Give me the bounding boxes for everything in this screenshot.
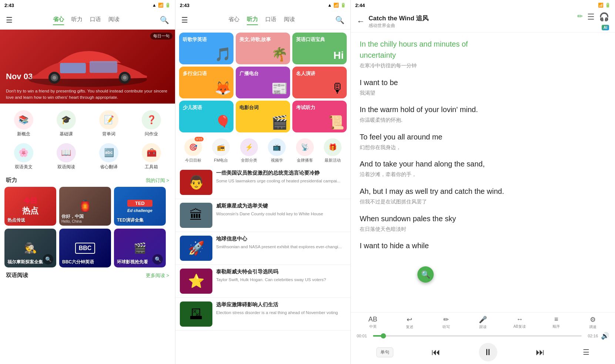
icon-xingainian[interactable]: 📚 新概念: [3, 108, 44, 139]
song-subtitle: 感动世界金曲: [369, 23, 574, 29]
mode-tab-speed[interactable]: ⚙ 调速: [575, 316, 611, 330]
list-button[interactable]: ☰: [587, 12, 595, 22]
func-label-video: 视频学: [271, 158, 283, 163]
menu-icon-1[interactable]: ☰: [6, 16, 13, 24]
cat-songs[interactable]: 听歌学英语 🎵: [179, 33, 233, 64]
search-overlay-2[interactable]: 🔍: [152, 254, 163, 264]
icon-shuangyu-yuedu[interactable]: 📖 双语阅读: [46, 141, 87, 172]
player-controls: AB 中英 ↩ 复述 ✏ 听写 🎤 跟读 ↔ AB复读 ≡ 顺序: [351, 312, 615, 364]
pause-button[interactable]: ⏸: [479, 343, 497, 361]
news-item-0[interactable]: 👨 一些美国议员敦促激烈的总统竞选言论要冷静 Some US lawmakers…: [175, 166, 350, 199]
search-overlay-1[interactable]: 🔍: [43, 254, 53, 264]
news-item-3[interactable]: ⭐ 泰勒斯威夫特会引导选民吗 Taylor Swift, Hulk Hogan.…: [175, 265, 350, 298]
tab-yuedu-2[interactable]: 阅读: [284, 14, 295, 25]
progress-track[interactable]: [373, 335, 582, 337]
card-row-1: 今日 热点 热点传送 🏮 你好，中国 Hello, China TED Ed c…: [0, 185, 175, 227]
cat-kids[interactable]: 少儿英语 🎈: [179, 101, 233, 132]
tab-kouyu-2[interactable]: 口语: [265, 14, 276, 25]
func-icon-fm: 📻: [212, 138, 230, 156]
card-culture[interactable]: 🏮 你好，中国 Hello, China: [59, 187, 111, 226]
search-btn-2[interactable]: 🔍: [335, 16, 345, 24]
card-ted[interactable]: TED Ed challenge TED演讲全集: [114, 187, 166, 226]
func-icon-daily-goal: 🎯 0/15: [184, 138, 202, 156]
cat-celebrity[interactable]: 名人演讲 🎙: [292, 67, 347, 98]
search-btn-1[interactable]: 🔍: [160, 16, 169, 24]
icon-wenzuoye[interactable]: ❓ 问作业: [131, 108, 172, 139]
mode-label-ab-repeat: AB复读: [513, 324, 525, 329]
cat-emoji-songs: 🎵: [215, 47, 231, 62]
cat-spoken[interactable]: 英语口语宝典 Hi: [292, 33, 347, 64]
cat-movie-lines[interactable]: 电影台词 🎬: [236, 101, 290, 132]
mode-tab-ab-repeat[interactable]: ↔ AB复读: [501, 316, 538, 330]
tab-kouyu-1[interactable]: 口语: [90, 14, 101, 25]
func-activities[interactable]: 🎁 最新活动: [324, 138, 342, 163]
news-content-2: 地球信息中心 Smithsonian and NASA present exhi…: [216, 236, 346, 261]
cat-label-poems: 美文,诗歌,故事: [239, 36, 271, 43]
svg-rect-7: [60, 63, 86, 73]
news-item-1[interactable]: 🏛 威斯康星成为选举关键 Wisconsin's Dane County cou…: [175, 199, 350, 232]
news-content-4: 选举应激障碍影响人们生活 Election stress disorder is…: [216, 301, 346, 327]
playback-buttons: 单句 ⏮ ⏸ ⏭ ☰: [351, 341, 615, 364]
card-movie[interactable]: 🎬 环球影视抢先看 🔍: [114, 229, 166, 267]
func-all-cat[interactable]: ⚡ 全部分类: [240, 138, 258, 163]
lyric-pair-0: In the chilly hours and minutes ofuncert…: [360, 38, 606, 70]
icon-toolbox[interactable]: 🧰 工具箱: [131, 141, 172, 172]
icon-beidan[interactable]: 📝 背单词: [88, 108, 130, 139]
icon-shuangyu-meiwen[interactable]: 🌸 双语美文: [3, 141, 44, 172]
lyric-pair-7: I want to hide a while: [360, 240, 606, 251]
next-button[interactable]: ⏭: [534, 346, 547, 359]
status-time-1: 2:43: [4, 3, 14, 8]
mode-tab-order[interactable]: ≡ 顺序: [538, 316, 575, 330]
func-daily-goal[interactable]: 🎯 0/15 今日目标: [184, 138, 202, 163]
reading-link[interactable]: 更多阅读 >: [146, 272, 169, 279]
icon-circle-beidan: 📝: [99, 110, 118, 129]
volume-icon[interactable]: 🔊: [601, 332, 609, 340]
mode-tab-repeat[interactable]: ↩ 复述: [391, 316, 428, 330]
cat-label-business: 多行业口语: [183, 70, 207, 77]
back-button[interactable]: ←: [357, 17, 365, 26]
menu-icon-2[interactable]: ☰: [181, 16, 188, 24]
headphone-button[interactable]: 🎧: [599, 12, 609, 22]
mode-icon-chinese-english: AB: [369, 316, 377, 323]
mode-icon-repeat: ↩: [407, 316, 412, 324]
tab-shengxin-2[interactable]: 省心: [228, 14, 239, 25]
listening-link[interactable]: 我的订阅 >: [146, 177, 169, 184]
tab-tingli-2[interactable]: 听力: [247, 14, 258, 25]
mode-tab-follow[interactable]: 🎤 跟读: [464, 316, 501, 330]
tab-shengxin[interactable]: 省心: [53, 14, 64, 25]
cat-poems[interactable]: 美文,诗歌,故事 🌴: [236, 33, 290, 64]
lyric-pair-6: When sundown pales the sky 在日落使天色暗淡时: [360, 213, 606, 233]
card-sherlock[interactable]: 🕵 福尔摩斯探案全集 🔍: [4, 229, 56, 267]
playlist-menu-button[interactable]: ☰: [583, 348, 589, 357]
edit-button[interactable]: ✏: [577, 12, 583, 22]
lyric-cn-1: 我渴望: [360, 90, 606, 97]
cat-radio[interactable]: 广播电台 📰: [236, 67, 290, 98]
card-bbc[interactable]: BBC BBC六分钟英语: [59, 229, 111, 267]
single-word-button[interactable]: 单句: [376, 347, 393, 357]
mode-tab-chinese-english[interactable]: AB 中英: [354, 316, 391, 330]
lyric-cn-2: 你温暖柔情的怀抱.: [360, 117, 606, 124]
tab-yuedu-1[interactable]: 阅读: [108, 14, 120, 25]
prev-button[interactable]: ⏮: [429, 346, 443, 359]
mode-tab-dictation[interactable]: ✏ 听写: [428, 316, 464, 330]
func-label-activities: 最新活动: [325, 158, 341, 163]
cat-emoji-spoken: Hi: [333, 50, 344, 61]
icon-circle-shuangyu-meiwen: 🌸: [14, 143, 33, 162]
news-title-en-4: Election stress disorder is a real thing…: [216, 310, 346, 316]
func-fm[interactable]: 📻 FM电台: [212, 138, 230, 163]
news-item-4[interactable]: 🗳 选举应激障碍影响人们生活 Election stress disorder …: [175, 298, 350, 331]
cat-label-spoken: 英语口语宝典: [296, 36, 325, 43]
icon-jichuke[interactable]: 🎓 基础课: [46, 108, 87, 139]
listening-title: 听力: [6, 177, 17, 184]
card-redian[interactable]: 今日 热点 热点传送: [4, 187, 56, 226]
func-video[interactable]: 📺 视频学: [268, 138, 286, 163]
icon-label-beidan: 背单词: [102, 131, 115, 137]
icon-fanyi[interactable]: 🔤 省心翻译: [88, 141, 130, 172]
func-podcast[interactable]: 📡 金牌播客: [296, 138, 314, 163]
cat-exam[interactable]: 考试听力 📜: [292, 101, 347, 132]
tab-tingli-1[interactable]: 听力: [71, 14, 83, 25]
progress-thumb[interactable]: [381, 333, 386, 338]
cat-business[interactable]: 多行业口语 🦊: [179, 67, 233, 98]
news-item-2[interactable]: 🚀 地球信息中心 Smithsonian and NASA present ex…: [175, 232, 350, 265]
cat-label-exam: 考试听力: [296, 104, 315, 111]
